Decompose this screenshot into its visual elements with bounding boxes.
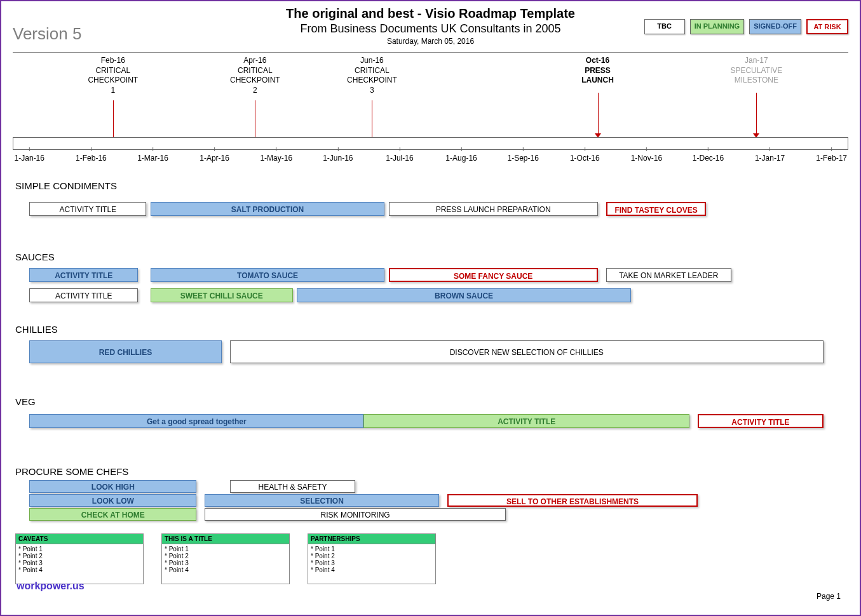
box-point: * Point 4 xyxy=(165,566,287,573)
lane-title-chillies: CHILLIES xyxy=(15,324,58,335)
milestone-connector xyxy=(255,100,255,137)
activity-bar[interactable]: PRESS LAUNCH PREPARATION xyxy=(389,202,598,216)
activity-bar[interactable]: SALT PRODUCTION xyxy=(151,202,384,216)
box-partnerships-body: * Point 1* Point 2* Point 3* Point 4 xyxy=(308,544,435,575)
page-number: Page 1 xyxy=(817,592,841,601)
activity-bar[interactable]: CHECK AT HOME xyxy=(29,508,196,521)
lane-procure-row-3: CHECK AT HOMERISK MONITORING xyxy=(13,508,848,522)
box-thisis-body: * Point 1* Point 2* Point 3* Point 4 xyxy=(162,544,289,575)
box-point: * Point 4 xyxy=(18,566,140,573)
timeline-tick: 1-Mar-16 xyxy=(137,154,168,163)
lane-sauces-row-2: ACTIVITY TITLESWEET CHILLI SAUCEBROWN SA… xyxy=(13,288,848,305)
box-point: * Point 3 xyxy=(18,559,140,566)
box-caveats-body: * Point 1* Point 2* Point 3* Point 4 xyxy=(16,544,143,575)
activity-bar[interactable]: Get a good spread together xyxy=(29,414,363,428)
timeline-tick: 1-Jul-16 xyxy=(386,154,413,163)
lane-sauces-row-1: ACTIVITY TITLETOMATO SAUCESOME FANCY SAU… xyxy=(13,268,848,285)
activity-bar[interactable]: SOME FANCY SAUCE xyxy=(389,268,598,282)
timeline-tick: 1-Jan-16 xyxy=(15,154,44,163)
activity-bar[interactable]: FIND TASTEY CLOVES xyxy=(606,202,707,216)
lane-veg: Get a good spread togetherACTIVITY TITLE… xyxy=(13,414,848,432)
milestone-connector xyxy=(372,100,372,137)
timeline-tick: 1-Jun-16 xyxy=(323,154,353,163)
box-caveats: CAVEATS * Point 1* Point 2* Point 3* Poi… xyxy=(15,533,144,584)
activity-bar[interactable]: RISK MONITORING xyxy=(205,508,505,521)
activity-bar[interactable]: DISCOVER NEW SELECTION OF CHILLIES xyxy=(230,340,824,363)
page-date: Saturday, March 05, 2016 xyxy=(1,37,860,46)
milestone-connector xyxy=(113,100,114,137)
timeline-tick: 1-Feb-17 xyxy=(816,154,847,163)
box-point: * Point 3 xyxy=(165,559,287,566)
box-point: * Point 2 xyxy=(311,552,433,559)
timeline-tick: 1-Jan-17 xyxy=(755,154,785,163)
box-point: * Point 4 xyxy=(311,566,433,573)
timeline-tick: 1-Oct-16 xyxy=(570,154,600,163)
box-point: * Point 3 xyxy=(311,559,433,566)
lane-simple-condiments: ACTIVITY TITLESALT PRODUCTIONPRESS LAUNC… xyxy=(13,202,848,220)
lane-title-veg: VEG xyxy=(15,396,36,407)
milestone: Jan-17SPECULATIVEMILESTONE xyxy=(730,56,782,86)
activity-bar[interactable]: RED CHILLIES xyxy=(29,340,221,363)
box-partnerships: PARTNERSHIPS * Point 1* Point 2* Point 3… xyxy=(308,533,436,584)
header-divider xyxy=(13,52,848,53)
legend-signed-off: SIGNED-OFF xyxy=(749,19,801,34)
box-caveats-head: CAVEATS xyxy=(16,534,143,544)
box-thisis-head: THIS IS A TITLE xyxy=(162,534,289,544)
milestone-connector xyxy=(598,93,599,137)
activity-bar[interactable]: ACTIVITY TITLE xyxy=(29,288,138,302)
activity-bar[interactable]: ACTIVITY TITLE xyxy=(698,414,823,428)
box-thisis: THIS IS A TITLE * Point 1* Point 2* Poin… xyxy=(161,533,290,584)
lane-procure-row-1: LOOK HIGHHEALTH & SAFETY xyxy=(13,480,848,494)
milestone: Oct-16PRESSLAUNCH xyxy=(581,56,614,86)
milestone-connector xyxy=(756,93,757,137)
activity-bar[interactable]: TAKE ON MARKET LEADER xyxy=(606,268,731,282)
box-point: * Point 1 xyxy=(18,546,140,552)
milestone: Apr-16CRITICALCHECKPOINT2 xyxy=(230,56,280,95)
activity-bar[interactable]: LOOK HIGH xyxy=(29,480,196,493)
box-point: * Point 2 xyxy=(18,552,140,559)
legend-at-risk: AT RISK xyxy=(806,19,848,34)
timeline-bar xyxy=(13,137,848,150)
timeline-tick: 1-Apr-16 xyxy=(200,154,229,163)
lane-title-procure: PROCURE SOME CHEFS xyxy=(15,466,128,477)
activity-bar[interactable]: SWEET CHILLI SAUCE xyxy=(151,288,293,302)
timeline-tick: 1-Aug-16 xyxy=(445,154,477,163)
legend-tbc: TBC xyxy=(644,19,685,34)
activity-bar[interactable]: HEALTH & SAFETY xyxy=(230,480,355,493)
timeline-tick: 1-Sep-16 xyxy=(507,154,538,163)
legend-in-planning: IN PLANNING xyxy=(690,19,745,34)
timeline-ticks: 1-Jan-161-Feb-161-Mar-161-Apr-161-May-16… xyxy=(13,154,848,164)
lane-procure-row-2: LOOK LOWSELECTIONSELL TO OTHER ESTABLISH… xyxy=(13,494,848,508)
timeline-tick: 1-Feb-16 xyxy=(76,154,107,163)
timeline-tick: 1-Dec-16 xyxy=(693,154,724,163)
activity-bar[interactable]: BROWN SAUCE xyxy=(297,288,631,302)
milestone: Jun-16CRITICALCHECKPOINT3 xyxy=(347,56,397,95)
lane-chillies: RED CHILLIESDISCOVER NEW SELECTION OF CH… xyxy=(13,340,848,366)
activity-bar[interactable]: ACTIVITY TITLE xyxy=(29,202,146,216)
activity-bar[interactable]: SELL TO OTHER ESTABLISHMENTS xyxy=(447,494,698,507)
watermark: workpower.us xyxy=(17,580,85,592)
milestone: Feb-16CRITICALCHECKPOINT1 xyxy=(88,56,138,95)
timeline: Feb-16CRITICALCHECKPOINT1✕Apr-16CRITICAL… xyxy=(13,56,848,170)
lane-title-simple-condiments: SIMPLE CONDIMENTS xyxy=(15,180,117,191)
activity-bar[interactable]: ACTIVITY TITLE xyxy=(29,268,138,282)
activity-bar[interactable]: LOOK LOW xyxy=(29,494,196,507)
timeline-tick: 1-May-16 xyxy=(260,154,292,163)
box-point: * Point 1 xyxy=(165,546,287,552)
legend: TBC IN PLANNING SIGNED-OFF AT RISK xyxy=(644,19,848,34)
box-point: * Point 1 xyxy=(311,546,433,552)
lane-title-sauces: SAUCES xyxy=(15,251,55,262)
activity-bar[interactable]: TOMATO SAUCE xyxy=(151,268,384,282)
activity-bar[interactable]: ACTIVITY TITLE xyxy=(363,414,689,428)
box-point: * Point 2 xyxy=(165,552,287,559)
box-partnerships-head: PARTNERSHIPS xyxy=(308,534,435,544)
activity-bar[interactable]: SELECTION xyxy=(205,494,438,507)
timeline-tick: 1-Nov-16 xyxy=(631,154,662,163)
